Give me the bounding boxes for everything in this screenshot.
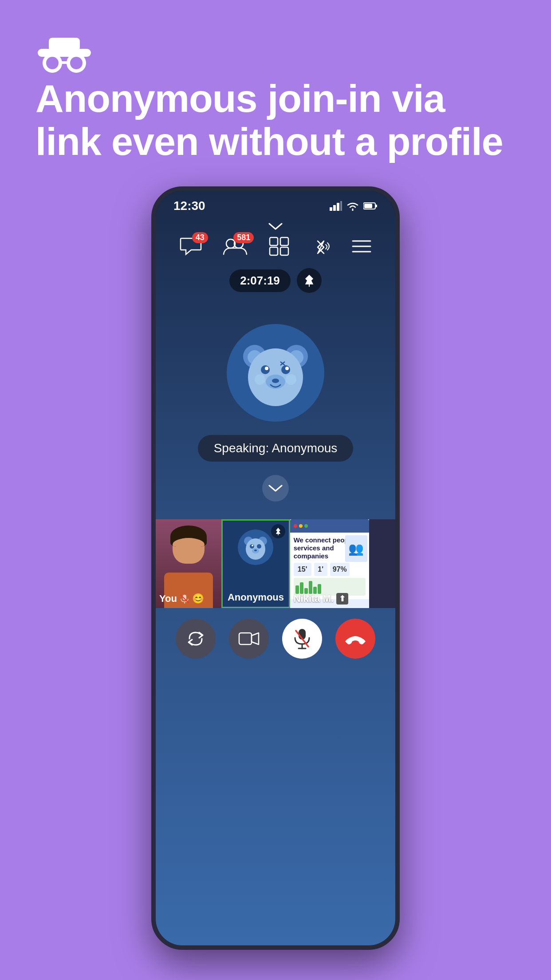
participant-tile-nikita[interactable]: We connect people, services and companie… — [290, 519, 369, 608]
mute-button[interactable] — [282, 619, 322, 659]
video-button[interactable] — [229, 619, 269, 659]
speaker-area: Speaking: Anonymous — [156, 297, 395, 519]
battery-icon — [363, 202, 378, 210]
bluetooth-icon — [311, 237, 331, 256]
rotate-button[interactable] — [176, 619, 216, 659]
svg-point-38 — [286, 374, 296, 385]
anonymous-avatar-small — [238, 530, 273, 565]
svg-rect-12 — [375, 205, 377, 207]
apps-icon — [269, 237, 289, 256]
chat-button[interactable]: 43 — [180, 237, 202, 260]
participants-strip: You 😊 — [156, 519, 395, 608]
nikita-tile-label: Nikita M. ⬆ — [294, 593, 348, 605]
timer-section: 2:07:19 — [156, 264, 395, 297]
nikita-stat2: 1' — [314, 563, 327, 576]
svg-rect-1 — [49, 38, 80, 51]
svg-rect-18 — [270, 247, 278, 255]
status-icons — [330, 201, 378, 211]
phone-screen: 12:30 — [156, 191, 395, 945]
status-bar: 12:30 — [156, 191, 395, 217]
collapse-chevron-icon[interactable] — [268, 222, 283, 231]
nikita-stat1: 15' — [294, 563, 311, 576]
pin-small-icon — [274, 527, 282, 535]
phone-frame: 12:30 — [151, 186, 400, 950]
nikita-stat3: 97% — [330, 563, 350, 576]
menu-button[interactable] — [352, 239, 371, 258]
speaker-avatar — [227, 324, 324, 422]
you-tile-label: You 😊 — [159, 593, 204, 605]
end-call-button[interactable] — [335, 619, 375, 659]
nav-top[interactable] — [156, 217, 395, 233]
participant-tile-anonymous[interactable]: Anonymous — [221, 519, 290, 608]
svg-rect-52 — [239, 633, 252, 644]
status-time: 12:30 — [173, 199, 205, 213]
svg-point-50 — [254, 549, 257, 551]
participant-tile-you[interactable]: You 😊 — [156, 519, 221, 608]
timer-display: 2:07:19 — [229, 269, 291, 292]
svg-rect-19 — [280, 247, 288, 255]
svg-point-32 — [285, 367, 289, 370]
svg-point-37 — [255, 374, 265, 385]
chevron-down-icon — [268, 484, 283, 493]
mute-indicator-icon — [180, 594, 189, 604]
svg-point-47 — [257, 544, 261, 549]
end-call-icon — [344, 631, 366, 647]
rotate-icon — [186, 629, 205, 648]
pin-button[interactable] — [297, 268, 322, 293]
bear-avatar-svg — [238, 335, 313, 411]
nav-items: 43 581 — [156, 233, 395, 264]
svg-rect-17 — [280, 237, 288, 245]
svg-rect-13 — [364, 204, 372, 208]
microphone-muted-icon — [293, 628, 311, 649]
video-icon — [238, 631, 260, 646]
svg-point-48 — [252, 545, 253, 546]
speaking-label: Speaking: Anonymous — [198, 435, 354, 462]
screen-share-icon: ⬆ — [336, 593, 348, 605]
svg-rect-16 — [270, 237, 278, 245]
svg-rect-6 — [60, 61, 68, 64]
participant-tile-extra[interactable] — [369, 519, 395, 608]
svg-point-34 — [272, 379, 279, 383]
anonymous-bear-icon — [242, 534, 269, 561]
svg-point-3 — [46, 57, 59, 69]
chevron-down-button[interactable] — [262, 475, 289, 502]
participants-badge: 581 — [233, 232, 254, 243]
participants-button[interactable]: 581 — [223, 237, 248, 260]
wifi-icon — [346, 201, 359, 211]
svg-rect-8 — [333, 205, 336, 211]
svg-point-29 — [261, 365, 270, 374]
chat-badge: 43 — [192, 232, 208, 243]
svg-point-31 — [265, 367, 268, 370]
feature-area: Anonymous join-in via link even without … — [0, 0, 551, 163]
pin-icon — [303, 274, 315, 287]
apps-button[interactable] — [269, 237, 289, 260]
svg-point-5 — [70, 57, 83, 69]
svg-rect-7 — [330, 207, 332, 211]
phone-mockup: 12:30 — [151, 186, 400, 950]
bluetooth-button[interactable] — [311, 237, 331, 260]
anonymous-tile-label: Anonymous — [223, 592, 288, 603]
svg-rect-10 — [340, 201, 342, 211]
feature-title: Anonymous join-in via link even without … — [35, 77, 516, 163]
signal-icon — [330, 201, 342, 211]
anonymous-pin-icon — [271, 524, 285, 538]
action-bar — [156, 608, 395, 672]
incognito-icon — [35, 36, 93, 75]
svg-rect-9 — [337, 203, 339, 211]
menu-icon — [352, 239, 371, 254]
svg-point-30 — [281, 365, 290, 374]
